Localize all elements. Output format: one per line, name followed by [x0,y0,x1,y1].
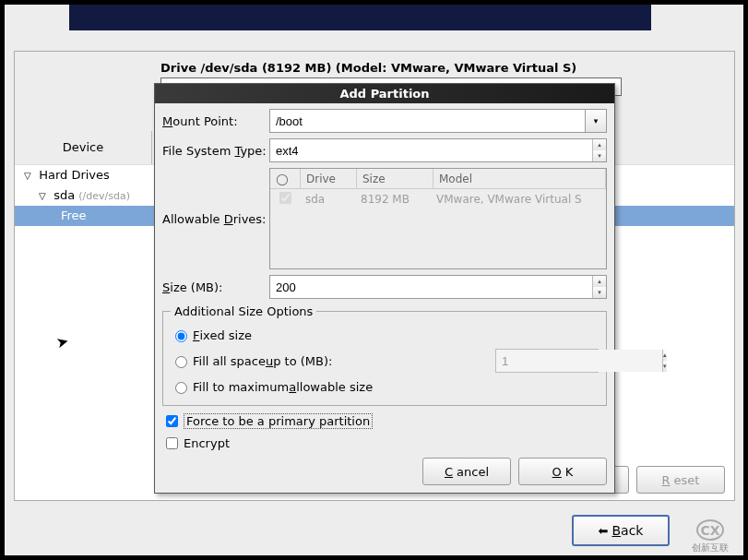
ok-button[interactable]: OK [518,458,607,485]
drive-summary: Drive /dev/sda (8192 MB) (Model: VMware,… [160,61,576,75]
add-partition-dialog: Add Partition Mount Point: ▾ File System… [154,83,615,494]
column-header-device: Device [15,131,152,165]
tree-label: Free [61,209,87,222]
col-model: Model [433,169,606,189]
tree-path: (/dev/sda) [78,190,130,202]
mount-point-row: Mount Point: ▾ [162,109,607,133]
disclosure-triangle-icon[interactable]: ▽ [24,166,35,186]
fs-type-combo[interactable]: ▴▾ [269,138,607,162]
primary-partition-label: Force to be a primary partition [184,413,373,429]
combo-arrows-icon[interactable]: ▴▾ [592,139,606,161]
chevron-down-icon[interactable]: ▾ [585,110,606,132]
dialog-buttons: Cancel OK [162,454,607,485]
tree-label: Hard Drives [39,168,110,182]
mount-point-combo[interactable]: ▾ [269,109,607,133]
drives-table-header: ◯ Drive Size Model [270,169,606,189]
col-size: Size [357,169,433,189]
mount-point-input[interactable] [270,110,585,132]
drive-row-checkbox[interactable] [279,192,291,204]
app-window: Drive /dev/sda (8192 MB) (Model: VMware,… [4,4,744,556]
fill-upto-input [496,350,662,372]
cancel-button[interactable]: Cancel [422,458,511,485]
dialog-body: Mount Point: ▾ File System Type: ▴▾ [155,103,614,493]
allowable-drives-table[interactable]: ◯ Drive Size Model sda 8192 MB VMware, V… [269,168,607,269]
watermark-text: 创新互联 [692,542,729,554]
size-label: Size (MB): [162,280,269,294]
fs-type-row: File System Type: ▴▾ [162,138,607,162]
dialog-title: Add Partition [155,84,614,103]
tree-label: sda [53,188,75,202]
fill-upto-radio-row[interactable]: Fill all space up to (MB): ▴▾ [171,348,599,374]
fill-max-radio-row[interactable]: Fill to maximum allowable size [171,374,599,399]
watermark-logo-icon: CX [696,519,724,541]
allowable-drives-label: Allowable Drives: [162,212,269,226]
allowable-drives-row: Allowable Drives: ◯ Drive Size Model sda… [162,168,607,269]
encrypt-label: Encrypt [184,436,230,450]
back-button[interactable]: ⬅ Back [572,515,670,546]
reset-button[interactable]: Reset [636,466,725,494]
button-ul: R [662,473,671,487]
mount-point-label: Mount Point: [162,114,269,128]
watermark: CX 创新互联 [678,519,742,554]
primary-partition-checkbox[interactable] [166,415,178,427]
size-spinner[interactable]: ▴▾ [269,275,607,299]
encrypt-checkbox[interactable] [166,437,178,449]
drives-table-row[interactable]: sda 8192 MB VMware, VMware Virtual S [270,189,606,209]
cell-drive: sda [300,189,355,209]
primary-partition-row[interactable]: Force to be a primary partition [162,410,607,432]
col-checkbox: ◯ [270,169,301,189]
cell-model: VMware, VMware Virtual S [431,189,606,209]
arrow-left-icon: ⬅ [599,524,609,538]
back-button-wrap: ⬅ Back [572,515,670,546]
cell-size: 8192 MB [355,189,431,209]
fixed-size-radio-row[interactable]: Fixed size [171,322,599,348]
additional-size-options: Additional Size Options Fixed size Fill … [162,304,607,406]
fs-type-label: File System Type: [162,144,269,158]
window-titlebar [69,5,651,30]
spinner-arrows-icon[interactable]: ▴▾ [592,276,606,298]
spinner-arrows-icon: ▴▾ [662,350,667,372]
button-label: eset [674,473,700,487]
disclosure-triangle-icon[interactable]: ▽ [39,186,50,207]
encrypt-row[interactable]: Encrypt [162,432,607,454]
col-drive: Drive [301,169,357,189]
addl-legend: Additional Size Options [171,304,316,318]
size-row: Size (MB): ▴▾ [162,275,607,299]
fill-upto-radio[interactable] [175,356,187,368]
fill-upto-spinner: ▴▾ [495,349,599,373]
fill-max-radio[interactable] [175,382,187,394]
fs-type-input[interactable] [270,139,592,161]
size-input[interactable] [270,276,592,298]
fixed-size-radio[interactable] [175,330,187,342]
